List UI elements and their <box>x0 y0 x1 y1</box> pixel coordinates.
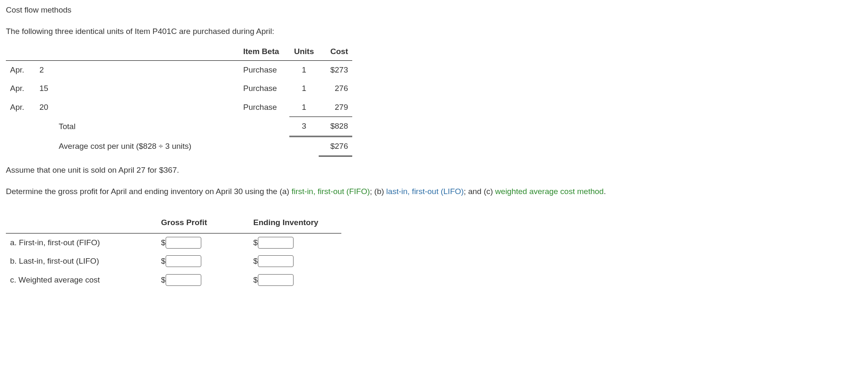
total-units: 3 <box>289 117 319 137</box>
blank-cell <box>6 136 35 156</box>
lifo-link[interactable]: last-in, first-out (LIFO) <box>386 187 464 196</box>
day-cell: 20 <box>35 98 239 117</box>
fifo-gross-profit-input[interactable] <box>166 237 201 249</box>
lifo-gross-profit-input[interactable] <box>166 255 201 267</box>
page-title: Cost flow methods <box>6 4 862 16</box>
wavg-gross-profit-input[interactable] <box>166 274 201 286</box>
avg-cost: $276 <box>319 136 352 156</box>
prompt-text: Determine the gross profit for April and… <box>6 186 862 198</box>
average-row: Average cost per unit ($828 ÷ 3 units) $… <box>6 136 352 156</box>
answer-row-lifo: b. Last-in, first-out (LIFO) $ $ <box>6 252 341 271</box>
prompt-part: ; and (c) <box>464 187 495 196</box>
day-cell: 15 <box>35 79 239 98</box>
units-cell: 1 <box>289 98 319 117</box>
wavg-gross-profit-field: $ <box>161 274 201 286</box>
header-blank-1 <box>6 43 35 60</box>
currency-symbol: $ <box>161 237 166 249</box>
cost-cell: 276 <box>319 79 352 98</box>
month-cell: Apr. <box>6 79 35 98</box>
type-cell: Purchase <box>239 98 289 117</box>
header-gross-profit: Gross Profit <box>157 214 249 233</box>
answer-table: Gross Profit Ending Inventory a. First-i… <box>6 214 341 289</box>
header-item: Item Beta <box>239 43 289 60</box>
wavg-ending-inventory-input[interactable] <box>258 274 294 286</box>
units-cell: 1 <box>289 79 319 98</box>
units-cell: 1 <box>289 60 319 79</box>
table-row: Apr. 20 Purchase 1 279 <box>6 98 352 117</box>
header-ending-inventory: Ending Inventory <box>249 214 341 233</box>
type-cell: Purchase <box>239 79 289 98</box>
answer-row-wavg: c. Weighted average cost $ $ <box>6 271 341 290</box>
lifo-ending-inventory-field: $ <box>253 255 294 267</box>
total-label: Total <box>35 117 239 137</box>
wavg-ending-inventory-field: $ <box>253 274 294 286</box>
table-row: Apr. 2 Purchase 1 $273 <box>6 60 352 79</box>
avg-label: Average cost per unit ($828 ÷ 3 units) <box>35 136 239 156</box>
header-blank-2 <box>35 43 239 60</box>
blank-cell <box>6 117 35 137</box>
type-cell: Purchase <box>239 60 289 79</box>
header-units: Units <box>289 43 319 60</box>
cost-cell: $273 <box>319 60 352 79</box>
method-label: c. Weighted average cost <box>6 271 157 290</box>
purchase-table: Item Beta Units Cost Apr. 2 Purchase 1 $… <box>6 43 352 157</box>
fifo-ending-inventory-field: $ <box>253 237 294 249</box>
prompt-part: . <box>604 187 606 196</box>
fifo-ending-inventory-input[interactable] <box>258 237 294 249</box>
cost-cell: 279 <box>319 98 352 117</box>
wavg-link[interactable]: weighted average cost method <box>495 187 604 196</box>
method-label: b. Last-in, first-out (LIFO) <box>6 252 157 271</box>
fifo-link[interactable]: first-in, first-out (FIFO) <box>291 187 370 196</box>
prompt-part: Determine the gross profit for April and… <box>6 187 291 196</box>
blank-cell <box>289 136 319 156</box>
currency-symbol: $ <box>253 274 258 286</box>
month-cell: Apr. <box>6 98 35 117</box>
blank-cell <box>239 136 289 156</box>
total-cost: $828 <box>319 117 352 137</box>
intro-text: The following three identical units of I… <box>6 26 862 38</box>
lifo-ending-inventory-input[interactable] <box>258 255 294 267</box>
lifo-gross-profit-field: $ <box>161 255 201 267</box>
method-label: a. First-in, first-out (FIFO) <box>6 233 157 252</box>
currency-symbol: $ <box>161 274 166 286</box>
fifo-gross-profit-field: $ <box>161 237 201 249</box>
month-cell: Apr. <box>6 60 35 79</box>
total-row: Total 3 $828 <box>6 117 352 137</box>
header-blank <box>6 214 157 233</box>
prompt-part: ; (b) <box>370 187 386 196</box>
currency-symbol: $ <box>253 237 258 249</box>
day-cell: 2 <box>35 60 239 79</box>
assume-text: Assume that one unit is sold on April 27… <box>6 164 862 176</box>
currency-symbol: $ <box>161 255 166 267</box>
header-cost: Cost <box>319 43 352 60</box>
currency-symbol: $ <box>253 255 258 267</box>
blank-cell <box>239 117 289 137</box>
answer-row-fifo: a. First-in, first-out (FIFO) $ $ <box>6 233 341 252</box>
table-row: Apr. 15 Purchase 1 276 <box>6 79 352 98</box>
